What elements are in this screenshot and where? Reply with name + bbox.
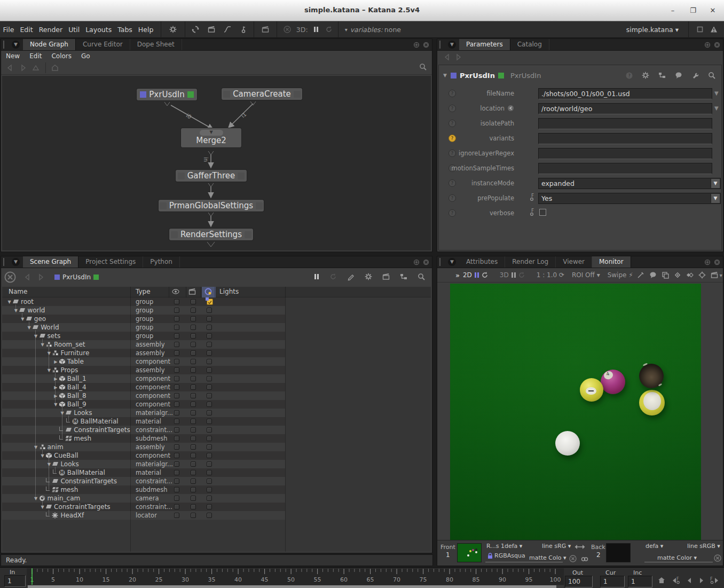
pane-icon[interactable] bbox=[696, 26, 704, 33]
expander-closed-icon[interactable]: ▶ bbox=[53, 377, 59, 381]
scenegraph-panel-menu-icon[interactable]: ▼ bbox=[12, 258, 20, 266]
next-frame-icon[interactable] bbox=[698, 576, 705, 585]
node-graph-icon[interactable] bbox=[400, 273, 408, 281]
scenegraph-row[interactable]: MBallMaterialmaterial bbox=[2, 468, 285, 477]
row-checkbox[interactable] bbox=[191, 359, 196, 364]
graph-node-prmanglobalsettings[interactable]: PrmanGlobalSettings bbox=[159, 200, 264, 211]
row-checkbox[interactable] bbox=[174, 496, 179, 501]
expander-open-icon[interactable]: ▼ bbox=[40, 453, 45, 458]
node-graph-icon[interactable] bbox=[658, 72, 666, 80]
scenegraph-row[interactable]: ▼setsgroup bbox=[2, 332, 285, 340]
row-checkbox[interactable] bbox=[191, 453, 196, 458]
param-checkbox-verbose[interactable] bbox=[539, 209, 546, 216]
layers-icon[interactable] bbox=[662, 271, 670, 279]
row-checkbox[interactable] bbox=[174, 393, 179, 398]
param-help-icon[interactable]: ? bbox=[448, 194, 456, 202]
nav-up-icon[interactable] bbox=[32, 64, 40, 72]
scenegraph-row[interactable]: ▼animassembly bbox=[2, 443, 285, 451]
pane-close-icon[interactable] bbox=[714, 42, 720, 48]
menu-layouts[interactable]: Layouts bbox=[83, 21, 115, 38]
scenegraph-row[interactable]: ConstraintTargetsconstraint... bbox=[2, 426, 285, 434]
chevron-down-icon[interactable]: ▾ bbox=[720, 272, 722, 278]
param-select-instanceMode[interactable]: expanded▼ bbox=[538, 178, 721, 189]
expander-open-icon[interactable]: ▼ bbox=[33, 496, 39, 501]
row-checkbox[interactable] bbox=[191, 513, 196, 518]
row-checkbox[interactable] bbox=[174, 419, 179, 424]
expander-open-icon[interactable]: ▼ bbox=[59, 411, 65, 415]
scenegraph-row[interactable]: ▼Ball_9component bbox=[2, 400, 285, 409]
row-checkbox[interactable] bbox=[191, 436, 196, 441]
row-checkbox[interactable] bbox=[207, 410, 212, 415]
row-checkbox[interactable] bbox=[174, 299, 179, 304]
scenegraph-row[interactable]: ▼Looksmaterialgr... bbox=[2, 409, 285, 417]
row-checkbox[interactable] bbox=[191, 316, 196, 322]
row-checkbox[interactable] bbox=[191, 496, 196, 501]
help-icon[interactable]: ? bbox=[625, 72, 633, 80]
minimize-button[interactable]: – bbox=[668, 6, 677, 15]
expander-open-icon[interactable]: ▼ bbox=[40, 342, 45, 347]
nodegraph-tab-curve-editor[interactable]: Curve Editor bbox=[76, 39, 130, 50]
param-help-icon[interactable]: ? bbox=[448, 209, 456, 217]
param-input-motionSampleTimes[interactable] bbox=[538, 163, 712, 174]
node-collapse-chevron[interactable]: ▼ bbox=[200, 130, 223, 136]
prev-key-icon[interactable]: F bbox=[672, 576, 681, 585]
comment-icon[interactable] bbox=[675, 72, 683, 80]
swipe-toggle[interactable]: Swipe ⚡ bbox=[608, 271, 633, 279]
row-checkbox[interactable] bbox=[207, 402, 212, 407]
param-input-location[interactable]: /root/world/geo bbox=[538, 103, 712, 114]
out-input[interactable]: 100 bbox=[565, 576, 593, 587]
link-icon[interactable] bbox=[581, 555, 589, 562]
scenegraph-tab-python[interactable]: Python bbox=[143, 256, 180, 268]
nav-back-icon[interactable] bbox=[6, 64, 14, 72]
expander-open-icon[interactable]: ▼ bbox=[6, 300, 12, 304]
scenegraph-tab-scene-graph[interactable]: Scene Graph bbox=[23, 256, 78, 268]
scenegraph-row[interactable]: ConstraintTargetsconstraint... bbox=[2, 477, 285, 485]
expander-closed-icon[interactable]: ▶ bbox=[53, 394, 59, 398]
nodegraph-menu-new[interactable]: New bbox=[1, 52, 25, 60]
inc-input[interactable]: 1 bbox=[628, 576, 652, 587]
nodegraph-menu-colors[interactable]: Colors bbox=[46, 52, 76, 60]
scenegraph-row[interactable]: ▶Ball_1component bbox=[2, 374, 285, 383]
graph-node-merge2[interactable]: ▼Merge2 bbox=[181, 128, 241, 147]
pane-maximize-icon[interactable] bbox=[413, 259, 420, 265]
gear-icon[interactable] bbox=[169, 26, 177, 33]
wrench-icon[interactable] bbox=[691, 72, 699, 80]
scenegraph-row[interactable]: ▼Worldgroup bbox=[2, 323, 285, 332]
front-view[interactable]: matte Colo ▾ bbox=[529, 554, 566, 561]
pane-maximize-icon[interactable] bbox=[413, 42, 420, 48]
row-checkbox[interactable] bbox=[207, 333, 212, 339]
row-checkbox[interactable] bbox=[207, 385, 212, 390]
row-checkbox[interactable] bbox=[191, 487, 196, 492]
nav-forward-icon[interactable] bbox=[19, 64, 27, 72]
pause-3d-icon[interactable] bbox=[510, 271, 516, 279]
pencil-icon[interactable] bbox=[347, 273, 355, 281]
parameters-panel-menu-icon[interactable]: ▼ bbox=[448, 41, 456, 49]
menu-render[interactable]: Render bbox=[36, 21, 66, 38]
scenegraph-row[interactable]: ▶Tablecomponent bbox=[2, 357, 285, 366]
param-help-icon[interactable]: ? bbox=[448, 179, 456, 187]
back-render-name[interactable]: defa ▾ bbox=[646, 543, 663, 550]
pause-2d-icon[interactable] bbox=[474, 271, 479, 279]
select-arrow-icon[interactable]: ▼ bbox=[711, 194, 720, 203]
expander-open-icon[interactable]: ▼ bbox=[46, 351, 52, 356]
node-expand-arrow[interactable]: ▼ bbox=[443, 73, 447, 78]
param-select-prePopulate[interactable]: Yes▼ bbox=[538, 193, 721, 204]
light-checkbox-checked[interactable] bbox=[207, 299, 213, 305]
scenegraph-row[interactable]: ▼main_camcamera bbox=[2, 494, 285, 503]
gear-icon[interactable] bbox=[642, 72, 650, 80]
comment-icon[interactable] bbox=[649, 271, 657, 279]
warning-icon[interactable] bbox=[710, 26, 718, 33]
row-checkbox[interactable] bbox=[207, 496, 212, 501]
menu-edit[interactable]: Edit bbox=[17, 21, 36, 38]
row-checkbox[interactable] bbox=[174, 342, 179, 347]
graph-node-gafferthree[interactable]: GafferThree bbox=[176, 170, 247, 182]
front-render-name[interactable]: R...s 1defa ▾ bbox=[486, 543, 522, 550]
row-checkbox[interactable] bbox=[207, 461, 212, 467]
parameters-tab-parameters[interactable]: Parameters bbox=[459, 39, 510, 50]
row-checkbox[interactable] bbox=[191, 427, 196, 433]
key-icon[interactable] bbox=[240, 26, 247, 33]
cur-input[interactable]: 1 bbox=[600, 576, 625, 587]
monitor-tab-render-log[interactable]: Render Log bbox=[505, 256, 556, 268]
gear-icon[interactable] bbox=[365, 273, 373, 281]
home-icon[interactable] bbox=[51, 64, 59, 72]
